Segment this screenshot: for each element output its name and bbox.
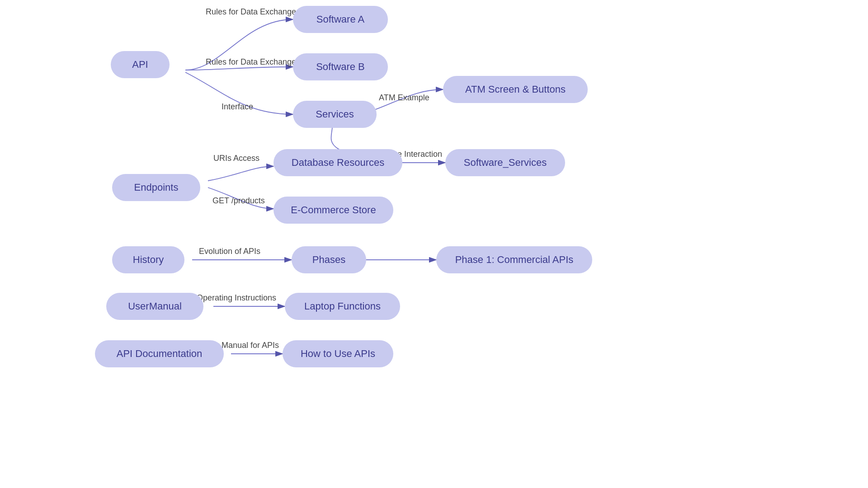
software-a-node[interactable]: Software A bbox=[293, 6, 388, 33]
endpoints-node[interactable]: Endpoints bbox=[112, 174, 200, 201]
api-documentation-node[interactable]: API Documentation bbox=[95, 340, 224, 367]
svg-text:Operating Instructions: Operating Instructions bbox=[197, 293, 276, 302]
phases-node[interactable]: Phases bbox=[292, 246, 366, 273]
svg-text:Rules for Data Exchange: Rules for Data Exchange bbox=[206, 7, 296, 16]
database-resources-label: Database Resources bbox=[292, 157, 384, 169]
how-to-use-apis-node[interactable]: How to Use APIs bbox=[283, 340, 393, 367]
software-b-label: Software B bbox=[316, 61, 365, 73]
svg-text:Rules for Data Exchange: Rules for Data Exchange bbox=[206, 57, 296, 66]
api-label: API bbox=[132, 59, 148, 70]
services-label: Services bbox=[316, 108, 354, 120]
svg-text:ATM Example: ATM Example bbox=[379, 93, 429, 102]
atm-screen-buttons-label: ATM Screen & Buttons bbox=[465, 84, 566, 95]
api-node[interactable]: API bbox=[111, 51, 170, 78]
software-services-label: Software_Services bbox=[464, 157, 547, 169]
database-resources-node[interactable]: Database Resources bbox=[274, 149, 402, 176]
api-documentation-label: API Documentation bbox=[117, 348, 203, 360]
phase1-label: Phase 1: Commercial APIs bbox=[455, 254, 574, 266]
user-manual-node[interactable]: UserManual bbox=[106, 293, 203, 320]
ecommerce-store-label: E-Commerce Store bbox=[291, 204, 376, 216]
svg-text:Interface: Interface bbox=[222, 102, 253, 111]
how-to-use-apis-label: How to Use APIs bbox=[301, 348, 375, 360]
software-b-node[interactable]: Software B bbox=[293, 53, 388, 80]
software-a-label: Software A bbox=[316, 14, 364, 25]
phase1-node[interactable]: Phase 1: Commercial APIs bbox=[436, 246, 592, 273]
software-services-node[interactable]: Software_Services bbox=[445, 149, 565, 176]
history-node[interactable]: History bbox=[112, 246, 184, 273]
phases-label: Phases bbox=[312, 254, 345, 266]
svg-text:Evolution of APIs: Evolution of APIs bbox=[199, 247, 260, 256]
laptop-functions-label: Laptop Functions bbox=[304, 300, 381, 312]
atm-screen-buttons-node[interactable]: ATM Screen & Buttons bbox=[443, 76, 588, 103]
user-manual-label: UserManual bbox=[128, 300, 182, 312]
laptop-functions-node[interactable]: Laptop Functions bbox=[285, 293, 400, 320]
svg-text:GET /products: GET /products bbox=[212, 196, 265, 205]
svg-text:URIs Access: URIs Access bbox=[213, 154, 259, 163]
services-node[interactable]: Services bbox=[293, 101, 377, 128]
endpoints-label: Endpoints bbox=[134, 182, 179, 193]
ecommerce-store-node[interactable]: E-Commerce Store bbox=[274, 197, 393, 224]
history-label: History bbox=[133, 254, 164, 266]
